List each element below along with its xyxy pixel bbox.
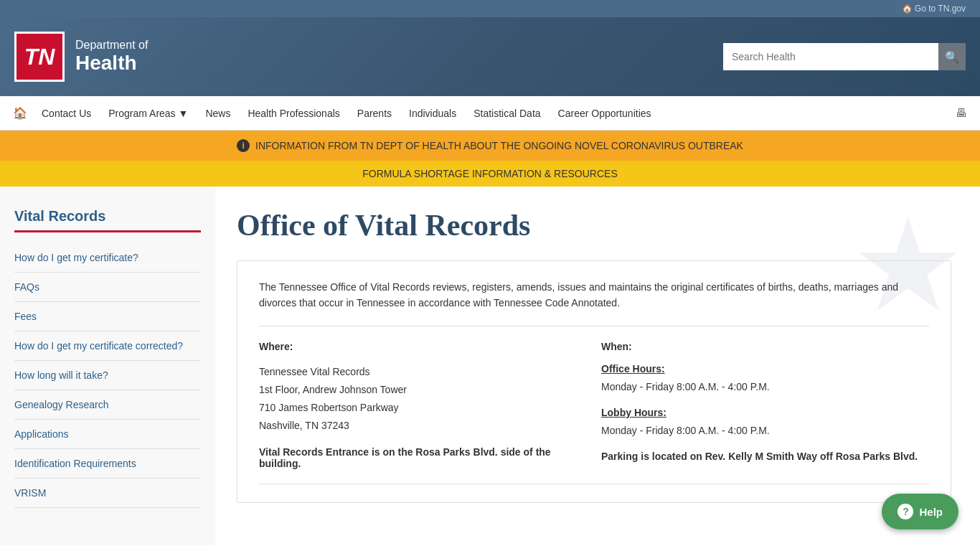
alert-yellow-text: FORMULA SHORTAGE INFORMATION & RESOURCES xyxy=(362,168,617,179)
list-item: How do I get my certificate? xyxy=(14,243,201,273)
tn-gov-link[interactable]: 🏠 Go to TN.gov xyxy=(902,4,966,14)
nav-parents[interactable]: Parents xyxy=(349,98,400,129)
sidebar-title: Vital Records xyxy=(14,208,201,225)
parking-note: Parking is located on Rev. Kelly M Smith… xyxy=(601,451,929,462)
hours-section: Office Hours: Monday - Friday 8:00 A.M. … xyxy=(601,363,929,440)
list-item: VRISM xyxy=(14,479,201,508)
list-item: Fees xyxy=(14,302,201,331)
alert-yellow[interactable]: FORMULA SHORTAGE INFORMATION & RESOURCES xyxy=(0,161,980,187)
info-icon: i xyxy=(237,139,250,152)
nav-news[interactable]: News xyxy=(197,98,239,129)
where-section: Where: Tennessee Vital Records 1st Floor… xyxy=(259,341,587,469)
search-button[interactable]: 🔍 xyxy=(938,43,966,70)
sidebar-links: How do I get my certificate? FAQs Fees H… xyxy=(14,243,201,508)
tn-logo[interactable]: TN xyxy=(14,32,65,82)
department-name: Department of Health xyxy=(75,39,148,75)
intro-text: The Tennessee Office of Vital Records re… xyxy=(259,279,929,311)
help-circle-icon: ? xyxy=(897,504,913,519)
chevron-down-icon: ▼ xyxy=(179,108,189,119)
main-content: Vital Records How do I get my certificat… xyxy=(0,187,980,545)
sidebar-link-certificate[interactable]: How do I get my certificate? xyxy=(14,243,201,272)
sidebar-link-faqs[interactable]: FAQs xyxy=(14,273,201,301)
sidebar-link-certificate-corrected[interactable]: How do I get my certificate corrected? xyxy=(14,331,201,360)
nav-bar: 🏠 Contact Us Program Areas ▼ News Health… xyxy=(0,96,980,131)
address-line1: Tennessee Vital Records xyxy=(259,363,587,381)
page-title: Office of Vital Records xyxy=(237,208,951,242)
help-button[interactable]: ? Help xyxy=(882,494,958,529)
alert-orange-text: INFORMATION FROM TN DEPT OF HEALTH ABOUT… xyxy=(255,140,743,151)
nav-contact-us[interactable]: Contact Us xyxy=(33,98,100,129)
list-item: How long will it take? xyxy=(14,361,201,390)
entrance-note: Vital Records Entrance is on the Rosa Pa… xyxy=(259,446,587,469)
search-input[interactable] xyxy=(723,43,938,70)
list-item: How do I get my certificate corrected? xyxy=(14,331,201,361)
health-label: Health xyxy=(75,52,148,75)
list-item: Identification Requirements xyxy=(14,449,201,479)
help-label: Help xyxy=(919,506,943,518)
dept-of-label: Department of xyxy=(75,39,148,52)
header: TN Department of Health 🔍 xyxy=(0,17,980,96)
sidebar: Vital Records How do I get my certificat… xyxy=(0,187,215,545)
top-bar: 🏠 Go to TN.gov xyxy=(0,0,980,17)
sidebar-link-applications[interactable]: Applications xyxy=(14,420,201,448)
sidebar-link-genealogy[interactable]: Genealogy Research xyxy=(14,390,201,419)
lobby-hours-value: Monday - Friday 8:00 A.M. - 4:00 P.M. xyxy=(601,422,929,440)
sidebar-link-fees[interactable]: Fees xyxy=(14,302,201,331)
info-divider xyxy=(259,484,929,484)
list-item: Genealogy Research xyxy=(14,390,201,420)
home-icon[interactable]: 🏠 xyxy=(7,96,33,130)
sidebar-link-vrism[interactable]: VRISM xyxy=(14,479,201,507)
office-hours-label: Office Hours: xyxy=(601,363,929,375)
alert-orange[interactable]: i INFORMATION FROM TN DEPT OF HEALTH ABO… xyxy=(0,131,980,161)
logo-area: TN Department of Health xyxy=(14,32,148,82)
info-box: The Tennessee Office of Vital Records re… xyxy=(237,260,951,503)
nav-career-opportunities[interactable]: Career Opportunities xyxy=(550,98,660,129)
address-line2: 1st Floor, Andrew Johnson Tower xyxy=(259,381,587,399)
lobby-hours-label: Lobby Hours: xyxy=(601,407,929,418)
address-line4: Nashville, TN 37243 xyxy=(259,417,587,435)
address-line3: 710 James Robertson Parkway xyxy=(259,399,587,417)
sidebar-link-how-long[interactable]: How long will it take? xyxy=(14,361,201,390)
list-item: FAQs xyxy=(14,273,201,302)
location-grid: Where: Tennessee Vital Records 1st Floor… xyxy=(259,326,929,469)
nav-program-areas[interactable]: Program Areas ▼ xyxy=(100,98,197,129)
list-item: Applications xyxy=(14,420,201,449)
when-label: When: xyxy=(601,341,929,352)
nav-health-professionals[interactable]: Health Professionals xyxy=(239,98,348,129)
nav-statistical-data[interactable]: Statistical Data xyxy=(465,98,549,129)
when-section: When: Office Hours: Monday - Friday 8:00… xyxy=(601,341,929,469)
where-label: Where: xyxy=(259,341,587,352)
content-area: ★ Office of Vital Records The Tennessee … xyxy=(215,187,980,545)
office-hours-value: Monday - Friday 8:00 A.M. - 4:00 P.M. xyxy=(601,378,929,396)
print-icon[interactable]: 🖶 xyxy=(950,97,973,130)
nav-individuals[interactable]: Individuals xyxy=(400,98,465,129)
search-area: 🔍 xyxy=(723,43,966,70)
address: Tennessee Vital Records 1st Floor, Andre… xyxy=(259,363,587,435)
sidebar-link-id-requirements[interactable]: Identification Requirements xyxy=(14,449,201,478)
sidebar-divider xyxy=(14,230,201,232)
